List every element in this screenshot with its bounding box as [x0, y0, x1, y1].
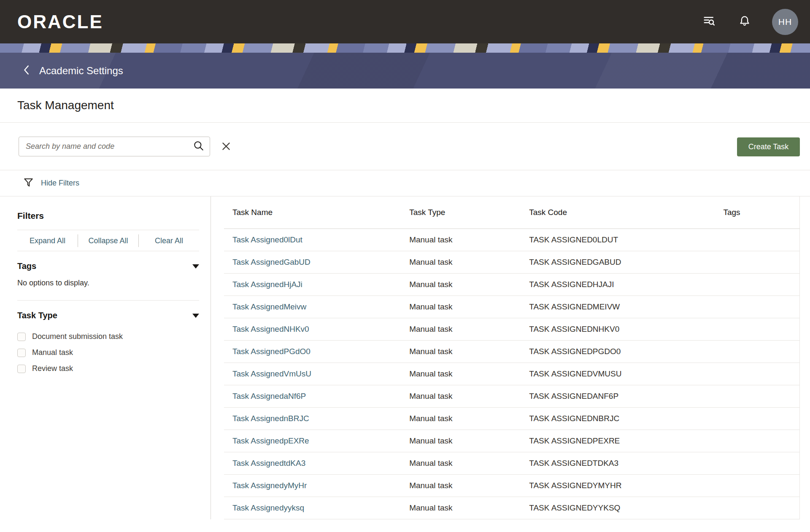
checkbox-label: Document submission task — [32, 332, 123, 341]
content: Filters Expand All Collapse All Clear Al… — [0, 196, 810, 519]
tags-cell — [715, 228, 799, 251]
filters-toggle-row: Hide Filters — [0, 170, 810, 196]
task-type-cell: Manual task — [401, 363, 521, 385]
search-submit-button[interactable] — [188, 137, 210, 156]
back-button[interactable] — [22, 65, 30, 76]
page-title: Task Management — [17, 99, 114, 112]
task-type-cell: Manual task — [401, 273, 521, 296]
search-input[interactable] — [19, 137, 188, 156]
column-header-tags: Tags — [715, 196, 799, 228]
task-code-cell: TASK ASSIGNEDYMYHR — [521, 474, 715, 497]
checkbox-document-submission-task[interactable] — [17, 333, 26, 341]
task-type-cell: Manual task — [401, 430, 521, 452]
header-actions: HH — [701, 9, 798, 35]
option-manual-task[interactable]: Manual task — [17, 348, 199, 357]
title-bar: Task Management — [0, 89, 810, 123]
task-code-cell: TASK ASSIGNEDVMUSU — [521, 363, 715, 385]
collapse-all-link[interactable]: Collapse All — [78, 235, 138, 247]
tags-cell — [715, 407, 799, 430]
task-name-link[interactable]: Task AssignedaNf6P — [232, 392, 306, 400]
table-row: Task AssignedHjAJi Manual task TASK ASSI… — [224, 273, 800, 296]
table-row: Task AssignedMeivw Manual task TASK ASSI… — [224, 296, 800, 318]
search-field-wrap — [19, 137, 210, 156]
clear-all-link[interactable]: Clear All — [139, 235, 199, 247]
app-header: ORACLE HH — [0, 0, 810, 43]
task-name-link[interactable]: Task AssignedpEXRe — [232, 436, 309, 445]
global-search-button[interactable] — [701, 13, 717, 30]
table-row: Task AssignedPGdO0 Manual task TASK ASSI… — [224, 340, 800, 363]
search-icon — [193, 140, 204, 153]
chevron-down-icon — [192, 264, 199, 269]
task-type-cell: Manual task — [401, 318, 521, 340]
filter-panel: Filters Expand All Collapse All Clear Al… — [0, 196, 211, 519]
table-row: Task AssignedaNf6P Manual task TASK ASSI… — [224, 385, 800, 407]
checkbox-review-task[interactable] — [17, 365, 26, 373]
task-code-cell: TASK ASSIGNEDYYKSQ — [521, 497, 715, 519]
task-type-cell: Manual task — [401, 474, 521, 497]
hide-filters-label: Hide Filters — [41, 179, 79, 188]
breadcrumb[interactable]: Academic Settings — [39, 65, 123, 77]
hide-filters-button[interactable]: Hide Filters — [24, 178, 79, 189]
tags-cell — [715, 497, 799, 519]
table-panel: Task Name Task Type Task Code Tags Task … — [211, 196, 810, 519]
filter-section-task-type-header[interactable]: Task Type — [17, 301, 199, 328]
expand-all-link[interactable]: Expand All — [17, 235, 78, 247]
table-row: Task AssignedNHKv0 Manual task TASK ASSI… — [224, 318, 800, 340]
checkbox-label: Manual task — [32, 348, 73, 357]
checkbox-label: Review task — [32, 364, 73, 373]
task-type-cell: Manual task — [401, 228, 521, 251]
filters-title: Filters — [17, 211, 199, 221]
chevron-left-icon — [22, 65, 30, 76]
tags-empty-text: No options to display. — [17, 279, 199, 287]
column-header-task-type: Task Type — [401, 196, 521, 228]
task-code-cell: TASK ASSIGNEDNHKV0 — [521, 318, 715, 340]
avatar[interactable]: HH — [772, 9, 798, 35]
task-name-link[interactable]: Task Assigned0lDut — [232, 235, 302, 244]
task-code-cell: TASK ASSIGNEDHJAJI — [521, 273, 715, 296]
tags-cell — [715, 452, 799, 474]
tags-cell — [715, 318, 799, 340]
task-code-cell: TASK ASSIGNEDMEIVW — [521, 296, 715, 318]
close-icon — [221, 141, 231, 153]
task-name-link[interactable]: Task AssignedNHKv0 — [232, 325, 309, 333]
option-review-task[interactable]: Review task — [17, 364, 199, 373]
task-type-cell: Manual task — [401, 251, 521, 273]
task-name-link[interactable]: Task AssignedMeivw — [232, 302, 306, 311]
task-type-cell: Manual task — [401, 407, 521, 430]
option-document-submission-task[interactable]: Document submission task — [17, 332, 199, 341]
clear-search-button[interactable] — [220, 140, 232, 153]
task-code-cell: TASK ASSIGNEDGABUD — [521, 251, 715, 273]
task-name-link[interactable]: Task AssignednBRJC — [232, 414, 309, 423]
notifications-button[interactable] — [737, 13, 753, 30]
task-name-link[interactable]: Task AssignedHjAJi — [232, 280, 302, 289]
task-code-cell: TASK ASSIGNEDPEXRE — [521, 430, 715, 452]
task-name-link[interactable]: Task AssignedPGdO0 — [232, 347, 310, 356]
tags-cell — [715, 340, 799, 363]
task-name-link[interactable]: Task Assignedyyksq — [232, 503, 304, 512]
table-row: Task Assigned0lDut Manual task TASK ASSI… — [224, 228, 800, 251]
checkbox-manual-task[interactable] — [17, 349, 26, 357]
task-type-cell: Manual task — [401, 385, 521, 407]
filter-section-title: Tags — [17, 261, 36, 271]
task-name-link[interactable]: Task AssignedyMyHr — [232, 481, 307, 490]
task-name-link[interactable]: Task AssignedGabUD — [232, 258, 310, 266]
task-code-cell: TASK ASSIGNED0LDUT — [521, 228, 715, 251]
page-banner: Academic Settings — [0, 53, 810, 89]
filter-section-title: Task Type — [17, 311, 57, 320]
task-table: Task Name Task Type Task Code Tags Task … — [224, 196, 800, 519]
tags-cell — [715, 296, 799, 318]
task-type-cell: Manual task — [401, 340, 521, 363]
table-row: Task Assignedyyksq Manual task TASK ASSI… — [224, 497, 800, 519]
filter-section-tags-header[interactable]: Tags — [17, 251, 199, 279]
filter-actions: Expand All Collapse All Clear All — [17, 230, 199, 251]
bell-icon — [738, 15, 751, 29]
toolbar: Create Task — [0, 123, 810, 170]
column-header-task-code: Task Code — [521, 196, 715, 228]
oracle-logo: ORACLE — [17, 13, 103, 31]
create-task-button[interactable]: Create Task — [737, 137, 800, 156]
task-name-link[interactable]: Task AssignedVmUsU — [232, 369, 311, 378]
tags-cell — [715, 251, 799, 273]
table-row: Task AssignedGabUD Manual task TASK ASSI… — [224, 251, 800, 273]
task-name-link[interactable]: Task AssignedtdKA3 — [232, 459, 305, 468]
task-code-cell: TASK ASSIGNEDTDKA3 — [521, 452, 715, 474]
